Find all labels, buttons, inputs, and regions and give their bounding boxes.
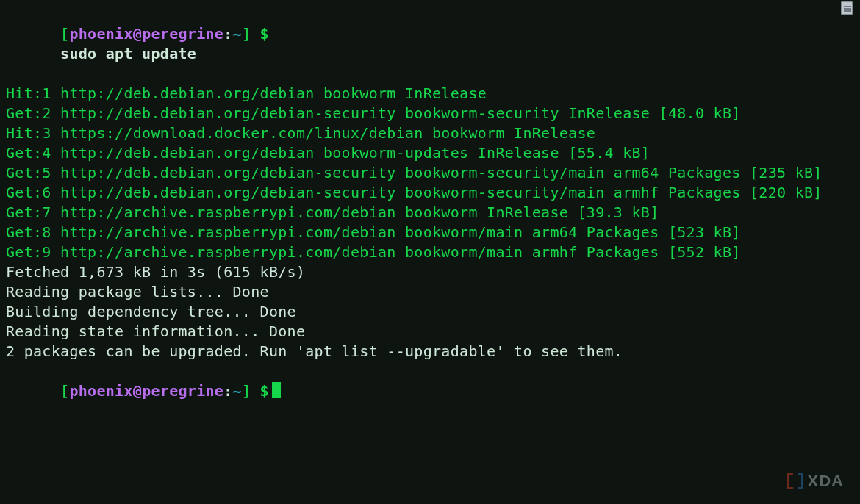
terminal-cursor	[272, 382, 281, 398]
prompt2-colon: :	[223, 382, 232, 400]
apt-output-sources: Hit:1 http://deb.debian.org/debian bookw…	[6, 84, 835, 262]
apt-output-status: Fetched 1,673 kB in 3s (615 kB/s) Readin…	[6, 262, 835, 361]
prompt-command: sudo apt update	[60, 45, 196, 62]
prompt-open-bracket: [	[60, 25, 69, 43]
terminal-window[interactable]: [phoenix@peregrine:~] $ sudo apt update …	[0, 0, 841, 504]
prompt-dollar: $	[251, 25, 269, 43]
scrollbar-grip-icon	[844, 6, 851, 7]
prompt-line-1: [phoenix@peregrine:~] $ sudo apt update	[6, 4, 835, 84]
prompt-at: @	[133, 25, 142, 43]
prompt2-user: phoenix	[69, 382, 132, 400]
scrollbar-grip-icon	[844, 8, 851, 10]
prompt-close-bracket: ]	[242, 25, 251, 43]
prompt2-dollar: $	[251, 382, 269, 400]
terminal-scrollbar[interactable]	[841, 1, 853, 503]
screenshot-stage: [phoenix@peregrine:~] $ sudo apt update …	[0, 0, 860, 504]
prompt2-host: peregrine	[142, 382, 223, 400]
prompt2-cwd: ~	[233, 382, 242, 400]
prompt-colon: :	[223, 25, 232, 43]
prompt2-close-bracket: ]	[242, 382, 251, 400]
prompt-line-2[interactable]: [phoenix@peregrine:~] $	[6, 361, 835, 421]
scrollbar-track[interactable]	[841, 16, 853, 486]
scrollbar-thumb[interactable]	[841, 1, 853, 15]
prompt-host: peregrine	[142, 25, 223, 43]
prompt2-open-bracket: [	[60, 382, 69, 400]
prompt-cwd: ~	[233, 25, 242, 43]
scrollbar-grip-icon	[844, 10, 851, 12]
prompt-user: phoenix	[69, 25, 132, 43]
prompt2-at: @	[133, 382, 142, 400]
